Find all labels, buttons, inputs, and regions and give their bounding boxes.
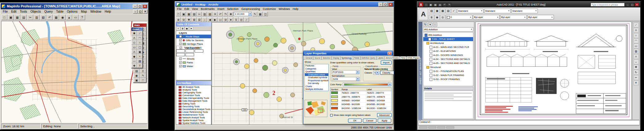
status-toggle[interactable] [437, 126, 445, 129]
minimize-button[interactable]: – [133, 4, 137, 8]
polyline-tool[interactable]: Λ [131, 36, 137, 40]
sheet-tree-item[interactable]: Structural [423, 65, 473, 69]
toc-layer-item[interactable]: Census 2000 [176, 46, 201, 49]
menu-item[interactable]: Windows [277, 7, 291, 11]
dialog-tab[interactable]: HTML Popup [406, 56, 420, 59]
list-by-source-icon[interactable]: ≣ [181, 27, 185, 30]
dim-style-dropdown[interactable]: Standard▼ [484, 9, 511, 13]
dialog-tab[interactable]: Time [400, 56, 406, 59]
undo-icon[interactable]: ↶ [47, 15, 53, 20]
classify-button[interactable]: Classify... [380, 71, 394, 75]
toolbox-item[interactable]: Data Interoperability Tools [176, 97, 211, 99]
autocad-titlebar[interactable]: A □▣▦▤↶↷ AutoCAD 2011 - [T-01 TITLE SHEE… [418, 2, 640, 7]
dialog-tab[interactable]: Fields [353, 56, 360, 59]
show-list-item[interactable]: Graduated symbols [305, 76, 328, 79]
cut-icon[interactable]: ✂ [27, 15, 33, 20]
save-icon[interactable]: ▦ [433, 3, 438, 7]
menu-item[interactable]: Window [89, 10, 103, 14]
catalog-window-icon[interactable]: ◫ [263, 12, 268, 16]
toolbox-item[interactable]: Cartography Tools [176, 91, 211, 94]
linetype-dropdown[interactable]: ByLayer▼ [500, 15, 527, 19]
dialog-tab[interactable]: General [304, 56, 313, 59]
chevron-down-icon[interactable]: ▼ [470, 16, 472, 18]
layer-visibility-checkbox[interactable] [179, 43, 182, 45]
dimension-icon[interactable]: ↔ [634, 59, 639, 64]
arc-tool[interactable]: ◠ [137, 36, 143, 40]
open-icon[interactable]: ▣ [8, 15, 14, 20]
sheet-tree-item[interactable]: S-03 - ROOF FRAMING [423, 77, 473, 81]
rectangle-tool[interactable]: ▭ [131, 45, 137, 49]
import-button[interactable]: Import [381, 61, 392, 65]
close-button[interactable]: ✕ [388, 2, 393, 6]
print-icon[interactable]: ▤ [192, 12, 197, 16]
status-toggle[interactable] [419, 126, 427, 129]
layer-visibility-checkbox[interactable] [179, 61, 182, 64]
maximize-button[interactable]: ▢ [138, 4, 142, 8]
status-toggle[interactable] [446, 126, 454, 129]
multiline-text-icon[interactable]: A [419, 8, 428, 20]
line-tool[interactable]: ∕ [137, 31, 143, 36]
sheet-tree-item[interactable]: A-02 - ELEVATIONS [423, 49, 473, 53]
toolbox-item[interactable]: Data Management Tools [176, 99, 211, 102]
toolbox-item[interactable]: Geocoding Tools [176, 105, 211, 108]
region-style-tool[interactable]: ▨ [137, 59, 143, 63]
rotate-icon[interactable]: ↻ [634, 70, 639, 75]
menu-item[interactable]: Options [65, 10, 79, 14]
sheet-tree-item[interactable]: A-05 - SECTIONS AND DETAILS [423, 61, 473, 65]
toolbox-item[interactable]: Conversion Tools [176, 94, 211, 97]
infocenter-search-input[interactable] [591, 3, 625, 6]
maximize-button[interactable]: ▢ [383, 2, 388, 6]
measure-icon[interactable]: ∕ [244, 17, 249, 22]
layer-properties-icon[interactable]: ≣ [429, 15, 434, 20]
rectangle-icon[interactable]: ▭ [634, 44, 639, 49]
dialog-tab[interactable]: Joins & Relates [384, 56, 400, 59]
menu-item[interactable]: Map [79, 10, 88, 14]
symbol-tool[interactable]: ✱ [131, 31, 137, 36]
map-view[interactable]: Main ➤▢◎◇◆⊘◩▦⊕⊖▭✚ℹ↗A≡≣∕▤Σ◉✎▣□ Drawi... ✱… [1, 21, 147, 123]
select-features-icon[interactable]: ▭ [218, 17, 223, 22]
zoom-out-icon[interactable]: ⊖ [181, 17, 186, 22]
value-dropdown[interactable]: POP2000▼ [332, 70, 359, 74]
block-editor-icon[interactable]: ▣ [434, 8, 440, 13]
new-table-icon[interactable]: □ [1, 15, 7, 20]
help-icon[interactable]: ? [79, 15, 85, 20]
menu-item[interactable]: File [1, 10, 9, 14]
chevron-down-icon[interactable]: ▼ [551, 16, 553, 18]
spell-check-icon[interactable]: ✓ [451, 8, 456, 13]
layer-dropdown[interactable]: 0▼ [446, 15, 472, 19]
toolbox-item[interactable]: Linear Referencing Tools [176, 111, 211, 113]
chevron-down-icon[interactable]: ▼ [356, 70, 359, 74]
clear-selection-icon[interactable]: ⊘ [223, 17, 228, 22]
toolbox-item[interactable]: Analysis Tools [176, 88, 211, 91]
class-color-swatch[interactable] [331, 95, 338, 98]
attribute-table-icon[interactable]: ▦ [258, 12, 263, 16]
save-icon[interactable]: ▦ [186, 12, 191, 16]
save-icon[interactable]: ▦ [14, 15, 20, 20]
find-icon[interactable]: ◎ [239, 17, 244, 22]
details-caption[interactable]: Details [423, 87, 473, 90]
show-list-item[interactable]: Proportional symbols [305, 79, 328, 82]
menu-item[interactable]: Help [103, 10, 113, 14]
toolbox-item[interactable]: Spatial Statistics Tools [176, 122, 211, 125]
table-icon[interactable]: ▦ [440, 8, 445, 13]
toc-layer-item[interactable]: Parks [176, 61, 211, 64]
undo-icon[interactable]: ↶ [442, 3, 447, 7]
list-by-drawing-order-icon[interactable]: ≡ [176, 27, 180, 30]
color-dropdown[interactable]: ByLayer▼ [473, 15, 500, 19]
palette-title-strip[interactable]: SHEET SET MANAGER [418, 22, 422, 120]
mdi-close-button[interactable]: ✕ [143, 10, 147, 14]
editor-toolbar-icon[interactable]: ✎ [252, 12, 257, 16]
new-grapher-icon[interactable]: ▲ [66, 15, 72, 20]
close-button[interactable]: ✕ [143, 4, 147, 8]
chevron-down-icon[interactable]: ▼ [356, 77, 359, 81]
autocad-app-icon[interactable]: A [419, 2, 423, 7]
line-icon[interactable]: ∕ [634, 23, 639, 27]
classes-dropdown[interactable]: 5▼ [373, 71, 379, 75]
cut-icon[interactable]: ✂ [197, 12, 202, 16]
toolbox-item[interactable]: Network Analyst Tools [176, 116, 211, 119]
cancel-button[interactable]: Cancel [363, 119, 376, 123]
chevron-down-icon[interactable]: ▼ [497, 16, 499, 18]
trim-icon[interactable]: ✂ [634, 75, 639, 80]
menu-item[interactable]: Query [43, 10, 54, 14]
sheet-tree-item[interactable]: S-01 - FOUNDATION PLAN [423, 69, 473, 73]
